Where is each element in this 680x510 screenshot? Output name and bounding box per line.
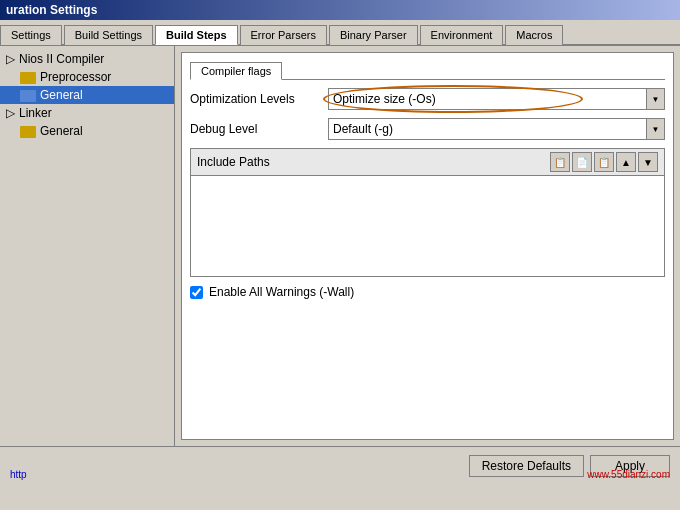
sidebar-item-general[interactable]: General — [0, 86, 174, 104]
include-add-btn[interactable]: 📋 — [550, 152, 570, 172]
main-content: ▷ Nios II Compiler Preprocessor General … — [0, 46, 680, 446]
sidebar-linker-general-label: General — [40, 124, 83, 138]
include-paths-box: Include Paths 📋 📄 📋 ▲ ▼ — [190, 148, 665, 277]
tab-build-steps[interactable]: Build Steps — [155, 25, 238, 45]
optimization-label: Optimization Levels — [190, 92, 320, 106]
include-down-btn[interactable]: ▼ — [638, 152, 658, 172]
inner-tab-compiler-flags[interactable]: Compiler flags — [190, 62, 282, 80]
include-paths-header: Include Paths 📋 📄 📋 ▲ ▼ — [191, 149, 664, 176]
tab-macros[interactable]: Macros — [505, 25, 563, 45]
debug-label: Debug Level — [190, 122, 320, 136]
sidebar-general-label: General — [40, 88, 83, 102]
watermark-text: www.55dianzi.com — [587, 469, 670, 480]
linker-icon: ▷ — [6, 106, 15, 120]
sidebar-nios2-label: Nios II Compiler — [19, 52, 104, 66]
sidebar-linker-label: Linker — [19, 106, 52, 120]
content-area: Compiler flags Optimization Levels Optim… — [175, 46, 680, 446]
sidebar-item-linker[interactable]: ▷ Linker — [0, 104, 174, 122]
optimization-value: Optimize size (-Os) — [329, 90, 646, 108]
include-paths-content — [191, 176, 664, 276]
debug-dropdown-btn[interactable]: ▼ — [646, 119, 664, 139]
restore-defaults-button[interactable]: Restore Defaults — [469, 455, 584, 477]
debug-select[interactable]: Default (-g) ▼ — [328, 118, 665, 140]
optimization-select[interactable]: Optimize size (-Os) ▼ — [328, 88, 665, 110]
preprocessor-folder-icon — [20, 72, 36, 84]
tab-settings[interactable]: Settings — [0, 25, 62, 45]
bottom-bar: http www.55dianzi.com Restore Defaults A… — [0, 446, 680, 484]
sidebar-item-nios2[interactable]: ▷ Nios II Compiler — [0, 50, 174, 68]
debug-row: Debug Level Default (-g) ▼ — [190, 118, 665, 140]
include-up-btn[interactable]: ▲ — [616, 152, 636, 172]
content-panel: Compiler flags Optimization Levels Optim… — [181, 52, 674, 440]
tab-binary-parser[interactable]: Binary Parser — [329, 25, 418, 45]
sidebar-item-linker-general[interactable]: General — [0, 122, 174, 140]
include-paths-toolbar: 📋 📄 📋 ▲ ▼ — [550, 152, 658, 172]
inner-tab-bar: Compiler flags — [190, 61, 665, 80]
include-paste-btn[interactable]: 📋 — [594, 152, 614, 172]
warnings-checkbox[interactable] — [190, 286, 203, 299]
optimization-dropdown-btn[interactable]: ▼ — [646, 89, 664, 109]
tab-error-parsers[interactable]: Error Parsers — [240, 25, 327, 45]
general-folder-icon — [20, 90, 36, 102]
title-text: uration Settings — [6, 3, 97, 17]
warnings-label: Enable All Warnings (-Wall) — [209, 285, 354, 299]
tab-environment[interactable]: Environment — [420, 25, 504, 45]
nios2-icon: ▷ — [6, 52, 15, 66]
sidebar: ▷ Nios II Compiler Preprocessor General … — [0, 46, 175, 446]
warnings-row: Enable All Warnings (-Wall) — [190, 285, 665, 299]
tab-bar: Settings Build Settings Build Steps Erro… — [0, 20, 680, 46]
sidebar-item-preprocessor[interactable]: Preprocessor — [0, 68, 174, 86]
title-bar: uration Settings — [0, 0, 680, 20]
include-paths-label: Include Paths — [197, 155, 270, 169]
include-copy-btn[interactable]: 📄 — [572, 152, 592, 172]
debug-value: Default (-g) — [329, 120, 646, 138]
linker-general-folder-icon — [20, 126, 36, 138]
optimization-row: Optimization Levels Optimize size (-Os) … — [190, 88, 665, 110]
http-label: http — [10, 469, 27, 480]
tab-build-settings[interactable]: Build Settings — [64, 25, 153, 45]
sidebar-preprocessor-label: Preprocessor — [40, 70, 111, 84]
